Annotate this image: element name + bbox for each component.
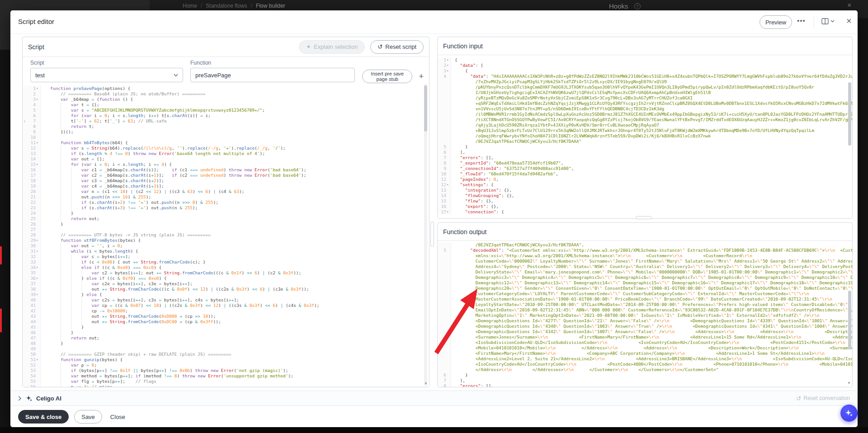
code-line: xmlns:xsi=\"http://www.w3.org/2001/XMLSc… <box>438 253 852 259</box>
line-gutter: 14 <box>23 156 41 162</box>
line-gutter <box>438 101 451 106</box>
save-and-close-button[interactable]: Save & close <box>18 410 69 424</box>
scroll-down-icon[interactable]: ▼ <box>847 381 851 385</box>
breadcrumb-flows[interactable]: Standalone flows <box>206 3 247 9</box>
code-line: 51▾ function gunzip(bytes) { <box>23 357 429 362</box>
line-gutter <box>438 286 451 291</box>
script-code-editor[interactable]: 1▾function preSavePage(options) {2 // ==… <box>23 84 429 387</box>
line-gutter: 51▾ <box>23 357 41 362</box>
code-line: 32 var c = bytes[i++]; <box>23 254 429 259</box>
reset-conversation-button[interactable]: ↺Reset conversation <box>796 395 850 401</box>
code-line: Demographic3=\"\" Demographic4=\"\" Demo… <box>438 275 852 280</box>
preview-button[interactable]: Preview <box>760 15 792 29</box>
input-scrollbar-thumb[interactable] <box>848 82 851 146</box>
line-gutter: 23 <box>23 205 41 211</box>
celigo-ai-label: Celigo AI <box>36 395 61 402</box>
celigo-ai-sparkle-icon <box>26 395 33 402</box>
line-gutter <box>438 291 451 297</box>
code-line: Demographic20=\"\" Gender=\"\" ConsentGi… <box>438 286 852 291</box>
line-gutter: 45 <box>23 325 41 330</box>
code-line: 16 var c1 = _b64map[s.charAt(i)]; if (c1… <box>23 167 429 173</box>
line-gutter: 26 <box>23 221 41 227</box>
code-line: 19 var c4 = _b64map[s.charAt(i+3)]; <box>23 184 429 189</box>
code-line: 52 var p = 0; <box>23 362 429 368</box>
function-input[interactable] <box>195 72 350 79</box>
reset-icon: ↺ <box>796 395 801 401</box>
code-line: 33 if (c < 0x80) { out += String.fromCha… <box>23 259 429 265</box>
script-form-row: Script test Function Insert pre save pag… <box>23 57 429 84</box>
code-line: +qSRF2WqEsTdXmiLlHkdImYBdcZzhNZqYqsjJzjX… <box>438 101 852 106</box>
layout-toggle-button[interactable] <box>821 18 835 24</box>
modal-header: Script editor Preview ••• × <box>10 10 858 34</box>
line-gutter: 55 <box>23 379 41 384</box>
code-line: 14 var out = []; <box>23 156 429 162</box>
line-gutter: 9 <box>23 129 41 135</box>
line-gutter: 46 <box>23 330 41 335</box>
ai-assistant-fab[interactable] <box>840 405 858 422</box>
expand-chevron-icon[interactable] <box>18 396 21 401</box>
line-gutter: 50 <box>23 352 41 357</box>
output-scrollbar-thumb[interactable] <box>848 291 851 349</box>
line-gutter: 41 <box>23 303 41 308</box>
code-line: LoyaltyStartDate=\"2010-09-25T00:00:00\"… <box>438 302 852 307</box>
code-line: 4 var t = {}; <box>23 102 429 108</box>
scroll-down-icon[interactable]: ▼ <box>424 381 428 386</box>
chevron-down-icon <box>174 74 178 77</box>
vertical-resize-handle[interactable] <box>430 221 434 247</box>
code-line: /7xZhvMVZpJGciyiPsapM3gSLYjHbk2SkTsdTZPi… <box>438 79 852 85</box>
insert-stub-button[interactable]: Insert pre save page stub <box>362 70 412 83</box>
code-line: 25 return out; <box>23 216 429 221</box>
add-script-icon[interactable]: + <box>419 70 424 83</box>
code-line: 36▾ } else if ((c & 0xf0) === 0xe0) { <box>23 276 429 281</box>
close-icon[interactable]: × <box>846 16 852 26</box>
line-gutter: 16 <box>438 204 451 209</box>
script-panel: Script ✦Explain selection ↺Reset script … <box>22 37 429 387</box>
line-gutter: 18 <box>23 178 41 184</box>
function-input-title: Function input <box>443 42 483 50</box>
script-select[interactable]: test <box>30 68 183 82</box>
code-line: 41 var cp = ((c & 0x07) << 18) | ((c2s &… <box>23 303 429 308</box>
function-input-editor[interactable]: 1▾{2▾ "data": [3▾ {4 "data": "H4sIAAAAAA… <box>438 56 852 219</box>
code-line: 7 ], <box>438 378 852 383</box>
horizontal-resize-handle[interactable] <box>636 216 652 219</box>
line-gutter: 42 <box>23 308 41 314</box>
function-output-title: Function output <box>443 228 487 235</box>
line-gutter: 24 <box>23 211 41 216</box>
line-gutter <box>438 334 451 340</box>
code-line: 31▾ while (i < bytes.length) { <box>23 249 429 254</box>
save-button[interactable]: Save <box>74 410 102 424</box>
line-gutter: 16 <box>23 167 41 173</box>
code-line: 2 // ========= Base64 (plain JS; no atob… <box>23 91 429 97</box>
line-gutter: 56 <box>23 384 41 387</box>
reset-icon: ↺ <box>377 44 382 50</box>
close-button[interactable]: Close <box>108 410 128 424</box>
drawer-close-icon[interactable]: × <box>847 1 851 9</box>
help-icon[interactable]: ? <box>634 3 641 9</box>
line-gutter: 31▾ <box>23 249 41 254</box>
breadcrumb-home[interactable]: Home <box>183 3 197 9</box>
code-line: 5 "decodedXml": "<CustomerSet xmlns:xsi=… <box>438 248 852 253</box>
script-field-label: Script <box>30 60 183 66</box>
celigo-ai-bar: Celigo AI ↺Reset conversation <box>10 391 858 406</box>
line-gutter: 22 <box>23 200 41 205</box>
line-gutter: 15 <box>438 198 451 204</box>
line-gutter: 43 <box>23 314 41 319</box>
line-gutter <box>438 324 451 329</box>
line-gutter: 12 <box>23 146 41 151</box>
code-line: /0EJVZJqatTP6acfCRWUCjWCXyvu3/Hcf8K7DAAA… <box>438 139 852 144</box>
line-gutter <box>438 128 451 133</box>
line-gutter <box>438 139 451 144</box>
code-line: 34▾ else if ((c & 0xe0) === 0xc0) { <box>23 265 429 270</box>
editor-scrollbar-thumb[interactable] <box>424 85 427 132</box>
code-line: 45 } <box>23 325 429 330</box>
line-gutter <box>438 313 451 318</box>
breadcrumb-separator: / <box>251 3 252 9</box>
code-line: 5 var s = "ABCDEFGHIJKLMNOPQRSTUVWXYZabc… <box>23 108 429 113</box>
function-output-editor[interactable]: /0EJVZJqatTP6acfCRWUCjWCXyvu3/Hcf8K7DAAA… <box>438 241 852 387</box>
explain-selection-button[interactable]: ✦Explain selection <box>299 40 365 54</box>
line-gutter <box>438 340 451 345</box>
code-line: 28 // ========= UTF-8 bytes -> JS string… <box>23 232 429 238</box>
code-line: 13 "integration": {}, <box>438 188 852 193</box>
reset-script-button[interactable]: ↺Reset script <box>370 40 424 54</box>
more-options-icon[interactable]: ••• <box>797 17 806 24</box>
